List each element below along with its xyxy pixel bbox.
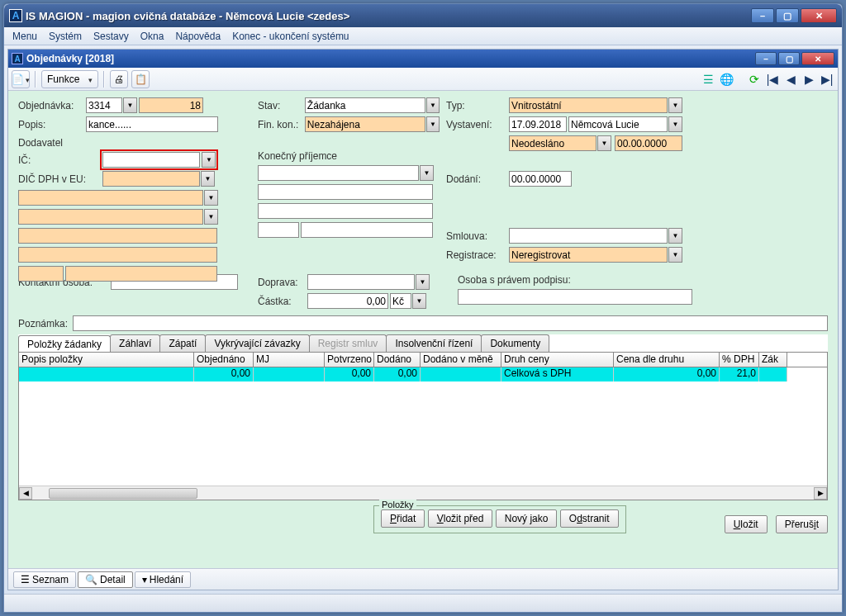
tab-vykryvajici[interactable]: Vykrývající závazky [205, 334, 309, 352]
diceu-dropdown[interactable]: ▼ [201, 171, 215, 187]
odstranit-button[interactable]: Odstranit [560, 509, 619, 528]
smlouva-dropdown[interactable]: ▼ [668, 228, 682, 244]
menu-menu[interactable]: Menu [7, 29, 42, 44]
ulozit-button[interactable]: Uložit [725, 515, 768, 533]
cell-objednano[interactable]: 0,00 [194, 367, 254, 381]
cell-druh-ceny[interactable]: Celková s DPH [501, 367, 614, 381]
popis-input[interactable] [86, 116, 218, 132]
maximize-button[interactable]: ▢ [776, 8, 799, 23]
dodavatel-mesto[interactable] [65, 266, 217, 282]
nav-first-icon[interactable]: |◀ [765, 72, 780, 87]
dodavatel-line1-dropdown[interactable]: ▼ [204, 190, 218, 206]
nav-last-icon[interactable]: ▶| [820, 72, 834, 87]
prijemce-line1[interactable] [258, 165, 419, 181]
registrace-dropdown[interactable]: ▼ [668, 247, 682, 263]
finkon-input[interactable] [305, 116, 425, 132]
nav-prev-icon[interactable]: ◀ [783, 72, 798, 87]
prerusit-button[interactable]: Přerušit [776, 515, 828, 533]
cell-mj[interactable] [254, 367, 325, 381]
dodavatel-line2[interactable] [18, 209, 203, 225]
gh-zak[interactable]: Zák [759, 353, 787, 367]
typ-dropdown[interactable]: ▼ [668, 97, 682, 113]
btab-seznam[interactable]: ☰Seznam [13, 571, 76, 588]
objednavka-sub-input[interactable] [139, 97, 203, 113]
objednavka-num-input[interactable] [86, 97, 122, 113]
vystaveni-name-input[interactable] [568, 116, 668, 132]
novy-button[interactable]: Nový jako [496, 509, 558, 528]
grid-scrollbar[interactable]: ◀ ▶ [19, 486, 827, 500]
stav-input[interactable] [305, 97, 425, 113]
print-icon[interactable]: 🖨 [110, 70, 128, 88]
ico-dropdown[interactable]: ▼ [202, 152, 216, 168]
doc-icon[interactable]: 📋 [131, 70, 150, 88]
tab-dokumenty[interactable]: Dokumenty [481, 334, 549, 352]
smlouva-input[interactable] [509, 228, 668, 244]
dodavatel-line4[interactable] [18, 247, 217, 263]
tab-registr-smluv[interactable]: Registr smluv [309, 334, 387, 352]
btab-hledani[interactable]: ▾Hledání [135, 571, 191, 588]
osoba-podpis-input[interactable] [458, 289, 692, 305]
gh-dodano-mene[interactable]: Dodáno v měně [421, 353, 501, 367]
dodavatel-line2-dropdown[interactable]: ▼ [204, 209, 218, 225]
scroll-left-icon[interactable]: ◀ [19, 487, 32, 500]
funkce-button[interactable]: Funkce [41, 70, 98, 88]
scroll-right-icon[interactable]: ▶ [814, 487, 827, 500]
gh-objednano[interactable]: Objednáno [194, 353, 254, 367]
items-grid[interactable]: Popis položky Objednáno MJ Potvrzeno Dod… [18, 352, 828, 500]
gh-cena[interactable]: Cena dle druhu [614, 353, 720, 367]
toolbar-main-icon[interactable]: 📄 [12, 70, 30, 88]
scroll-thumb[interactable] [49, 488, 197, 499]
prijemce-mesto[interactable] [301, 222, 433, 238]
stav-dropdown[interactable]: ▼ [426, 97, 440, 113]
finkon-dropdown[interactable]: ▼ [426, 116, 440, 132]
typ-input[interactable] [509, 97, 668, 113]
cell-dodano-mene[interactable] [421, 367, 501, 381]
child-close-button[interactable]: ✕ [801, 52, 834, 65]
gh-druh-ceny[interactable]: Druh ceny [501, 353, 614, 367]
dodavatel-line1[interactable] [18, 190, 203, 206]
odeslano-dropdown[interactable]: ▼ [597, 135, 611, 151]
grid-row[interactable]: 0,00 0,00 0,00 Celková s DPH 0,00 21,0 [19, 367, 827, 381]
vystaveni-date-input[interactable] [509, 116, 567, 132]
odeslano-date-input[interactable] [615, 135, 682, 151]
menu-konec[interactable]: Konec - ukončení systému [227, 29, 354, 44]
cell-cena[interactable]: 0,00 [614, 367, 720, 381]
odeslano-input[interactable] [509, 135, 596, 151]
nav-next-icon[interactable]: ▶ [801, 72, 816, 87]
cell-dodano[interactable]: 0,00 [374, 367, 421, 381]
child-minimize-button[interactable]: – [755, 52, 777, 65]
menu-system[interactable]: Systém [44, 29, 87, 44]
gh-dodano[interactable]: Dodáno [374, 353, 421, 367]
child-maximize-button[interactable]: ▢ [778, 52, 800, 65]
prijemce-psc[interactable] [258, 222, 299, 238]
prijemce-line2[interactable] [258, 184, 433, 200]
menu-sestavy[interactable]: Sestavy [88, 29, 134, 44]
menu-napoveda[interactable]: Nápověda [170, 29, 226, 44]
cell-dph[interactable]: 21,0 [720, 367, 759, 381]
registrace-input[interactable] [509, 247, 668, 263]
objednavka-dropdown[interactable]: ▼ [123, 97, 137, 113]
vlozit-button[interactable]: Vložit před [428, 509, 493, 528]
dodavatel-line3[interactable] [18, 228, 217, 244]
prijemce-line3[interactable] [258, 203, 433, 219]
menu-okna[interactable]: Okna [135, 29, 169, 44]
tab-zapati[interactable]: Zápatí [159, 334, 206, 352]
globe-icon[interactable]: 🌐 [719, 72, 734, 87]
minimize-button[interactable]: – [751, 8, 774, 23]
btab-detail[interactable]: 🔍Detail [78, 571, 133, 588]
ico-input[interactable] [102, 152, 200, 168]
gh-popis[interactable]: Popis položky [19, 353, 194, 367]
close-button[interactable]: ✕ [801, 8, 837, 23]
cell-zak[interactable] [759, 367, 787, 381]
diceu-input[interactable] [102, 171, 200, 187]
cell-popis[interactable] [19, 367, 194, 381]
vystaveni-dropdown[interactable]: ▼ [668, 116, 682, 132]
gh-mj[interactable]: MJ [254, 353, 325, 367]
list-icon[interactable]: ☰ [701, 72, 715, 87]
tab-zahlavi[interactable]: Záhlaví [110, 334, 160, 352]
dodavatel-psc[interactable] [18, 266, 64, 282]
dodani-input[interactable] [509, 171, 572, 187]
mena-input[interactable] [390, 293, 411, 309]
poznamka-input[interactable] [73, 315, 828, 331]
tab-polozky-zadanky[interactable]: Položky žádanky [18, 335, 111, 353]
